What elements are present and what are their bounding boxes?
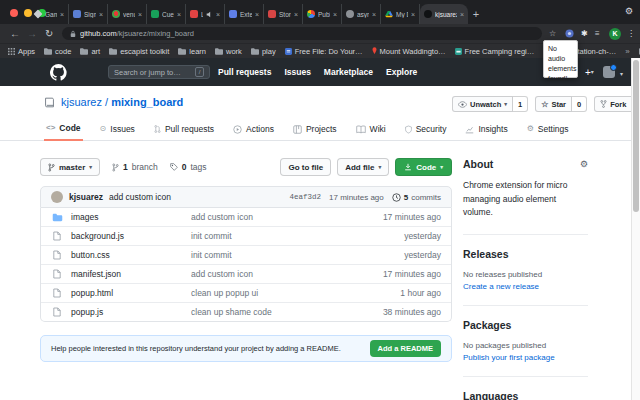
close-window-button[interactable] xyxy=(10,9,18,17)
code-download-button[interactable]: Code▾ xyxy=(395,158,452,176)
tab-close-icon[interactable]: × xyxy=(372,11,376,18)
commit-message-link[interactable]: add custom icon xyxy=(109,192,171,202)
browser-tab[interactable]: Cue Ne× xyxy=(147,4,186,24)
extension-flower-icon[interactable]: ✱ xyxy=(581,28,588,39)
tab-pull-requests[interactable]: Pull requests xyxy=(152,123,216,141)
bookmark-folder[interactable]: art xyxy=(80,47,100,56)
tab-actions[interactable]: Actions xyxy=(231,123,276,141)
browser-tab[interactable]: My Driv× xyxy=(381,4,420,24)
browser-tab[interactable]: GameM× xyxy=(30,4,69,24)
reload-icon[interactable]: ↻ xyxy=(45,27,53,40)
nav-issues[interactable]: Issues xyxy=(284,67,310,77)
bookmark-folder[interactable]: play xyxy=(251,47,276,56)
tab-audio-icon[interactable] xyxy=(206,11,213,18)
bookmark-link[interactable]: Free Camping regi… xyxy=(455,47,535,56)
github-logo[interactable] xyxy=(50,64,67,81)
branch-selector-button[interactable]: master▾ xyxy=(40,158,100,176)
browser-tab[interactable]: venus w× xyxy=(108,4,147,24)
nav-pull-requests[interactable]: Pull requests xyxy=(218,67,271,77)
tab-issues[interactable]: ⊙Issues xyxy=(98,123,137,141)
file-row[interactable]: popup.htmlclean up popup ui1 hour ago xyxy=(41,283,451,302)
create-new-button[interactable]: +▾ xyxy=(585,67,594,78)
file-row[interactable]: manifest.jsonadd custom icon17 minutes a… xyxy=(41,264,451,283)
browser-tab[interactable]: Publish× xyxy=(303,4,342,24)
file-commit-message[interactable]: init commit xyxy=(191,231,396,241)
page-scrollbar[interactable] xyxy=(631,58,640,400)
commit-history-link[interactable]: 5commits xyxy=(392,193,441,202)
file-commit-message[interactable]: clean up popup ui xyxy=(191,288,392,298)
tab-code[interactable]: <>Code xyxy=(44,123,83,141)
extension-icon[interactable] xyxy=(565,29,574,38)
tab-close-icon[interactable]: × xyxy=(99,11,103,18)
github-search-input[interactable]: Search or jump to… / xyxy=(108,65,210,79)
commit-sha-link[interactable]: 4eaf3d2 xyxy=(290,193,322,201)
file-name-link[interactable]: popup.js xyxy=(71,307,183,317)
file-name-link[interactable]: manifest.json xyxy=(71,269,183,279)
tab-strip-settings-icon[interactable]: ⚙ xyxy=(625,7,633,16)
browser-tab[interactable]: async fu× xyxy=(342,4,381,24)
browser-menu-icon[interactable]: ⋮ xyxy=(627,28,635,39)
tab-close-icon[interactable]: × xyxy=(255,11,259,18)
tab-close-icon[interactable]: × xyxy=(216,11,220,18)
new-tab-button[interactable]: + xyxy=(468,4,484,24)
file-commit-message[interactable]: add custom icon xyxy=(191,212,375,222)
file-name-link[interactable]: button.css xyxy=(71,250,183,260)
bookmark-link[interactable]: Free File: Do Your… xyxy=(285,47,363,56)
browser-tab-active[interactable]: kjsuarez× xyxy=(420,4,468,24)
tab-close-icon[interactable]: × xyxy=(177,11,181,18)
browser-tab[interactable]: Store Li× xyxy=(264,4,303,24)
browser-tab[interactable]: Sigma S× xyxy=(69,4,108,24)
tab-close-icon[interactable]: × xyxy=(411,11,415,18)
forward-icon[interactable]: → xyxy=(27,27,37,40)
bookmark-apps[interactable]: Apps xyxy=(8,47,35,56)
file-name-link[interactable]: background.js xyxy=(71,231,183,241)
tags-link[interactable]: 0tags xyxy=(170,162,207,172)
tab-close-icon[interactable]: × xyxy=(294,11,298,18)
bookmark-star-icon[interactable]: ☆ xyxy=(549,28,556,39)
tab-close-icon[interactable]: × xyxy=(460,11,464,18)
scrollbar-thumb[interactable] xyxy=(633,60,639,212)
tab-settings[interactable]: ⚙Settings xyxy=(525,123,571,141)
go-to-file-button[interactable]: Go to file xyxy=(280,158,331,176)
tab-projects[interactable]: Projects xyxy=(291,123,339,141)
repo-owner-link[interactable]: kjsuarez xyxy=(61,96,102,108)
commit-author-avatar[interactable] xyxy=(51,191,63,203)
bookmark-folder[interactable]: code xyxy=(44,47,71,56)
github-user-avatar[interactable] xyxy=(603,66,615,78)
unwatch-button[interactable]: Unwatch▾ xyxy=(452,96,513,112)
add-file-button[interactable]: Add file▾ xyxy=(337,158,389,176)
tab-close-icon[interactable]: × xyxy=(333,11,337,18)
watch-count[interactable]: 1 xyxy=(513,96,528,112)
star-count[interactable]: 0 xyxy=(572,96,587,112)
star-button[interactable]: ☆Star xyxy=(535,96,572,112)
file-commit-message[interactable]: init commit xyxy=(191,250,396,260)
file-row[interactable]: popup.jsclean up shame code38 minutes ag… xyxy=(41,302,451,321)
file-commit-message[interactable]: add custom icon xyxy=(191,269,375,279)
bookmark-folder[interactable]: learn xyxy=(178,47,206,56)
bookmark-link[interactable]: Mount Waddingto… xyxy=(372,47,446,56)
tab-insights[interactable]: Insights xyxy=(463,123,509,141)
tab-wiki[interactable]: Wiki xyxy=(354,123,388,141)
bookmarks-overflow-icon[interactable]: » xyxy=(625,47,629,56)
file-row[interactable]: background.jsinit commityesterday xyxy=(41,226,451,245)
nav-marketplace[interactable]: Marketplace xyxy=(324,67,373,77)
create-release-link[interactable]: Create a new release xyxy=(463,282,588,291)
profile-avatar[interactable]: K xyxy=(609,28,621,40)
tab-close-icon[interactable]: × xyxy=(138,11,142,18)
fork-button[interactable]: Fork xyxy=(594,96,632,112)
nav-explore[interactable]: Explore xyxy=(386,67,417,77)
gear-icon[interactable]: ⚙ xyxy=(580,160,588,169)
reading-list-toolbar-icon[interactable]: ≡ xyxy=(595,28,600,39)
caret-down-icon[interactable]: ▾ xyxy=(620,70,623,77)
repo-name-link[interactable]: mixing_board xyxy=(111,96,183,108)
latest-commit-bar[interactable]: kjsuarez add custom icon 4eaf3d2 17 minu… xyxy=(40,186,452,208)
bookmark-folder[interactable]: work xyxy=(215,47,242,56)
bookmark-folder[interactable]: escapist toolkit xyxy=(109,47,169,56)
file-commit-message[interactable]: clean up shame code xyxy=(191,307,375,317)
back-icon[interactable]: ← xyxy=(10,27,20,40)
file-row[interactable]: button.cssinit commityesterday xyxy=(41,245,451,264)
browser-tab[interactable]: Extensio× xyxy=(225,4,264,24)
browser-tab[interactable]: List× xyxy=(186,4,225,24)
address-bar[interactable]: github.com/kjsuarez/mixing_board xyxy=(62,27,542,40)
tab-close-icon[interactable]: × xyxy=(60,11,64,18)
